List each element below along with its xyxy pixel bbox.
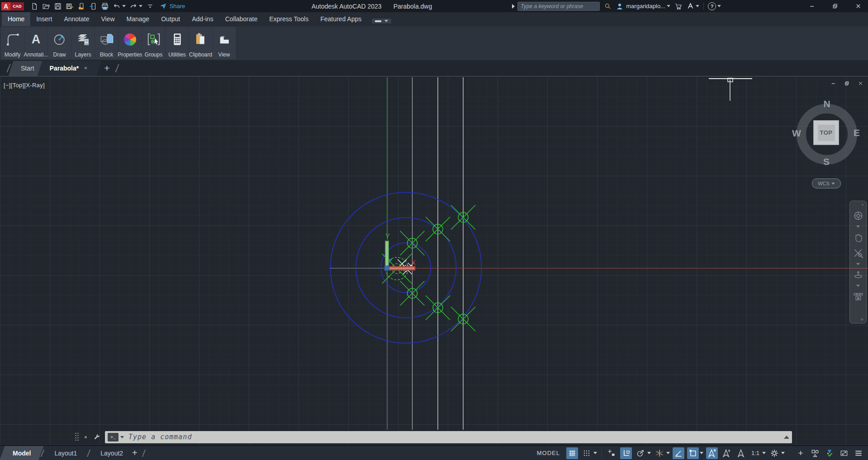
ribbon-panel-clipboard[interactable]: Clipboard — [189, 27, 212, 59]
signed-in-user[interactable]: margaridaplo... — [626, 3, 665, 9]
layout-tab-layout1[interactable]: Layout1 — [47, 446, 84, 460]
pan-button[interactable] — [853, 232, 864, 243]
model-space-button[interactable]: MODEL — [537, 450, 560, 456]
object-snap-toggle[interactable] — [687, 447, 699, 459]
undo-button[interactable] — [111, 1, 128, 11]
viewport-restore-button[interactable] — [843, 80, 851, 87]
command-bar-customize-icon[interactable] — [93, 433, 100, 441]
layout-tab-model[interactable]: Model — [5, 446, 38, 460]
ribbon-tab-annotate[interactable]: Annotate — [58, 12, 95, 26]
redo-caret-icon[interactable] — [139, 5, 142, 7]
polar-tracking-toggle[interactable] — [635, 447, 646, 459]
annotation-scale-toggle[interactable]: 1:1 — [749, 447, 761, 459]
ribbon-tab-view[interactable]: View — [95, 12, 120, 26]
save-button[interactable] — [52, 1, 64, 11]
file-tab-close-icon[interactable] — [83, 65, 89, 71]
qat-customize-button[interactable] — [144, 1, 156, 11]
app-store-cart-icon[interactable] — [674, 2, 683, 10]
save-to-mobile-button[interactable] — [87, 1, 99, 11]
ribbon-panel-annotati-[interactable]: AAnnotati... — [24, 27, 47, 59]
ribbon-display-toggle[interactable] — [372, 19, 391, 23]
viewcube-top-face[interactable]: TOP — [813, 120, 839, 145]
dynamic-input-toggle[interactable] — [620, 447, 632, 459]
ribbon-panel-view[interactable]: View — [213, 27, 236, 59]
command-bar-close-icon[interactable] — [83, 434, 89, 440]
viewcube-north[interactable]: N — [823, 99, 830, 109]
file-tab-parabola[interactable]: Parabola* — [43, 60, 96, 76]
orbit-menu-caret-icon[interactable] — [856, 285, 860, 287]
drawing-entities[interactable]: YX — [0, 76, 868, 446]
undo-caret-icon[interactable] — [122, 5, 126, 7]
workspace-switching-caret-icon[interactable] — [781, 452, 785, 454]
command-bar-drag-handle[interactable] — [75, 433, 79, 441]
viewport-minimize-button[interactable] — [830, 80, 837, 87]
user-avatar-icon[interactable] — [616, 2, 624, 10]
navbar-close-button[interactable] — [860, 202, 865, 207]
new-drawing-button[interactable]: + — [101, 63, 112, 74]
showmotion-button[interactable] — [853, 291, 864, 302]
ribbon-tab-collaborate[interactable]: Collaborate — [219, 12, 264, 26]
ribbon-panel-block[interactable]: Block — [95, 27, 118, 59]
save-as-button[interactable] — [64, 1, 76, 11]
command-input[interactable] — [128, 432, 781, 441]
wheel-menu-caret-icon[interactable] — [856, 225, 860, 228]
layout-tab-layout2[interactable]: Layout2 — [93, 446, 130, 460]
new-layout-button[interactable]: + — [132, 448, 138, 458]
redo-button[interactable] — [128, 1, 144, 11]
minimize-button[interactable] — [807, 2, 817, 10]
autodesk-menu-caret-icon[interactable] — [696, 5, 699, 7]
plot-button[interactable] — [99, 1, 111, 11]
restore-button[interactable] — [830, 2, 840, 10]
ribbon-panel-draw[interactable]: Draw — [48, 27, 71, 59]
annotation-scale-flag-toggle[interactable] — [735, 447, 747, 459]
viewport-controls-label[interactable]: [−][Top][X-Ray] — [4, 82, 45, 89]
isometric-drafting-toggle[interactable] — [654, 447, 665, 459]
share-button[interactable]: Share — [160, 2, 185, 10]
ribbon-panel-modify[interactable]: Modify — [1, 27, 24, 59]
graphics-performance-toggle[interactable] — [824, 447, 835, 459]
command-history-up-icon[interactable] — [784, 436, 789, 439]
recent-commands-caret-icon[interactable] — [120, 436, 124, 438]
zoom-menu-caret-icon[interactable] — [856, 263, 860, 265]
new-file-button[interactable] — [28, 1, 40, 11]
object-snap-caret-icon[interactable] — [700, 452, 703, 454]
snap-mode-toggle[interactable] — [581, 447, 593, 459]
ribbon-tab-output[interactable]: Output — [155, 12, 186, 26]
annotation-autoscale-toggle[interactable] — [721, 447, 732, 459]
customize-tools-toggle[interactable]: + — [795, 447, 806, 459]
search-input[interactable] — [517, 2, 600, 11]
construction-lines[interactable] — [329, 77, 868, 430]
ribbon-panel-groups[interactable]: Groups — [142, 27, 165, 59]
polar-tracking-caret-icon[interactable] — [647, 452, 651, 454]
ribbon-tab-add-ins[interactable]: Add-ins — [186, 12, 219, 26]
recent-commands-icon[interactable]: >_ — [108, 433, 119, 441]
ribbon-panel-utilities[interactable]: Utilities — [166, 27, 189, 59]
autodesk-account-icon[interactable] — [687, 2, 694, 10]
orbit-button[interactable] — [853, 269, 864, 281]
navigation-wheel-button[interactable] — [853, 210, 864, 221]
grid-display-toggle[interactable] — [566, 447, 578, 459]
help-icon[interactable]: ? — [708, 2, 716, 10]
search-history-arrow-icon[interactable] — [512, 4, 515, 9]
help-menu-caret-icon[interactable] — [717, 5, 721, 7]
snap-mode-caret-icon[interactable] — [593, 452, 597, 454]
navbar-grip-button[interactable] — [859, 317, 865, 322]
zoom-button[interactable] — [853, 248, 864, 259]
search-icon[interactable] — [604, 2, 612, 10]
object-snap-tracking-toggle[interactable] — [673, 447, 684, 459]
ribbon-panel-properties[interactable]: Properties — [119, 27, 142, 59]
open-from-mobile-button[interactable] — [76, 1, 87, 11]
infer-constraints-toggle[interactable] — [606, 447, 617, 459]
ribbon-tab-featured-apps[interactable]: Featured Apps — [314, 12, 367, 26]
viewcube-east[interactable]: E — [854, 127, 860, 138]
viewcube-west[interactable]: W — [792, 128, 801, 139]
viewcube-south[interactable]: S — [823, 156, 830, 167]
isometric-drafting-caret-icon[interactable] — [666, 452, 670, 454]
viewport-close-button[interactable] — [857, 80, 864, 87]
autocad-app-button[interactable]: A CAD — [1, 1, 24, 11]
wcs-selector[interactable]: WCS — [812, 178, 841, 188]
isolate-objects-toggle[interactable] — [809, 447, 821, 459]
ribbon-tab-insert[interactable]: Insert — [30, 12, 58, 26]
partial-drawing-object[interactable] — [709, 78, 752, 101]
ribbon-tab-home[interactable]: Home — [2, 12, 30, 26]
